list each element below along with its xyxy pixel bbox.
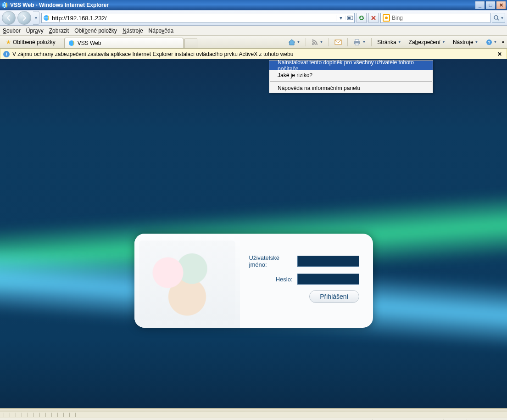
cmdbar-overflow-icon[interactable]: » (501, 39, 504, 45)
tools-menu-label: Nástroje (453, 39, 474, 45)
svg-text:?: ? (488, 40, 490, 45)
page-menu-label: Stránka (377, 39, 396, 45)
page-menu[interactable]: Stránka ▼ (374, 37, 404, 47)
ctx-help[interactable]: Nápověda na informačním panelu (269, 83, 433, 93)
activex-infobar[interactable]: i V zájmu ochrany zabezpečení zastavila … (0, 49, 507, 59)
ctx-risk-label: Jaké je riziko? (278, 72, 312, 78)
stop-button[interactable] (368, 13, 379, 23)
ie-icon (68, 40, 75, 46)
lower-toolstrip (0, 412, 507, 418)
menu-upravy[interactable]: Úpravy (26, 28, 44, 34)
close-button[interactable]: ✕ (496, 1, 506, 9)
status-zoom-section[interactable]: 100% ▼ (470, 418, 504, 420)
tool-edge (0, 408, 507, 412)
login-box: Uživatelské jméno: Heslo: Přihlášení (134, 234, 373, 328)
menu-oblibene[interactable]: Oblíbené položky (74, 28, 117, 34)
menu-zobrazit[interactable]: Zobrazit (49, 28, 69, 34)
page-viewport: Uživatelské jméno: Heslo: Přihlášení (0, 59, 507, 408)
navbar: ▼ ▾ ▼ (0, 10, 507, 26)
tab-title: VSS Web (78, 40, 101, 46)
compat-view-icon[interactable] (345, 16, 354, 20)
username-label: Uživatelské jméno: (249, 254, 293, 268)
infobar-close-button[interactable]: ✕ (496, 51, 504, 57)
login-button[interactable]: Přihlášení (309, 290, 359, 303)
search-input[interactable] (392, 15, 490, 21)
history-dropdown[interactable]: ▼ (33, 11, 39, 25)
mail-button[interactable] (332, 37, 345, 47)
svg-point-6 (312, 43, 314, 45)
tab-strip: VSS Web (64, 36, 197, 48)
tools-menu[interactable]: Nástroje ▼ (450, 37, 481, 47)
home-button[interactable]: ▼ (285, 37, 303, 47)
ctx-help-label: Nápověda na informačním panelu (278, 85, 360, 91)
back-button[interactable] (2, 11, 16, 25)
help-icon: ? (486, 39, 492, 45)
command-bar: ▼ ▼ ▼ Stránka ▼ Zabezpečení ▼ Nástr (285, 37, 504, 47)
status-zone-section[interactable]: Důvěryhodné servery (375, 418, 440, 420)
menu-soubor[interactable]: SSouboroubor (3, 28, 21, 34)
forward-button[interactable] (17, 11, 31, 25)
info-icon: i (3, 51, 10, 57)
svg-point-4 (494, 16, 498, 19)
login-illustration (134, 234, 240, 328)
refresh-button[interactable] (357, 13, 367, 23)
menubar: SSouboroubor Úpravy Zobrazit Oblíbené po… (0, 26, 507, 36)
favorites-label: Oblíbené položky (13, 39, 56, 45)
home-icon (288, 39, 295, 45)
infobar-text: V zájmu ochrany zabezpečení zastavila ap… (12, 51, 493, 57)
search-box (380, 13, 490, 23)
search-go-button[interactable]: ▼ (492, 13, 505, 23)
window-titlebar: VSS Web - Windows Internet Explorer _ □ … (0, 0, 507, 10)
printer-icon (353, 39, 361, 45)
mail-icon (334, 39, 342, 45)
feeds-button[interactable]: ▼ (309, 37, 326, 47)
username-input[interactable] (297, 256, 359, 267)
window-title: VSS Web - Windows Internet Explorer (10, 2, 474, 8)
menu-nastroje[interactable]: Nástroje (123, 28, 143, 34)
print-button[interactable]: ▼ (351, 37, 368, 47)
password-input[interactable] (297, 274, 359, 285)
status-protected-mode[interactable]: ▼ (446, 418, 464, 420)
password-label: Heslo: (276, 276, 293, 283)
rss-icon (312, 39, 318, 45)
menu-napoveda[interactable]: Nápověda (149, 28, 174, 34)
help-button[interactable]: ? ▼ (483, 37, 500, 47)
maximize-button[interactable]: □ (485, 1, 496, 9)
svg-rect-3 (348, 17, 351, 19)
page-icon (42, 15, 51, 21)
favorites-button[interactable]: ★ Oblíbené položky (3, 38, 59, 47)
ie-icon (1, 1, 8, 9)
star-icon: ★ (6, 39, 11, 45)
address-bar: ▾ (41, 13, 355, 23)
login-form: Uživatelské jméno: Heslo: Přihlášení (240, 234, 373, 328)
tab-active[interactable]: VSS Web (64, 38, 184, 48)
ctx-install-label: Nainstalovat tento doplněk pro všechny u… (278, 59, 424, 72)
svg-rect-9 (355, 39, 359, 41)
minimize-button[interactable]: _ (475, 1, 485, 9)
address-input[interactable] (51, 15, 336, 22)
safety-menu[interactable]: Zabezpečení ▼ (406, 37, 448, 47)
address-drop-icon[interactable]: ▾ (336, 15, 345, 21)
infobar-context-menu: Nainstalovat tento doplněk pro všechny u… (269, 60, 433, 93)
ctx-separator (270, 81, 432, 82)
svg-rect-10 (355, 43, 359, 45)
favorites-bar: ★ Oblíbené položky VSS Web ▼ ▼ (0, 36, 507, 49)
new-tab-button[interactable] (184, 39, 197, 48)
status-error-section[interactable]: ! Na stránce se vyskytla chyba. (3, 418, 89, 420)
safety-menu-label: Zabezpečení (409, 39, 440, 45)
bing-icon (383, 14, 390, 22)
ctx-install-addon[interactable]: Nainstalovat tento doplněk pro všechny u… (269, 61, 433, 70)
status-bar: ! Na stránce se vyskytla chyba. Důvěryho… (0, 418, 507, 420)
